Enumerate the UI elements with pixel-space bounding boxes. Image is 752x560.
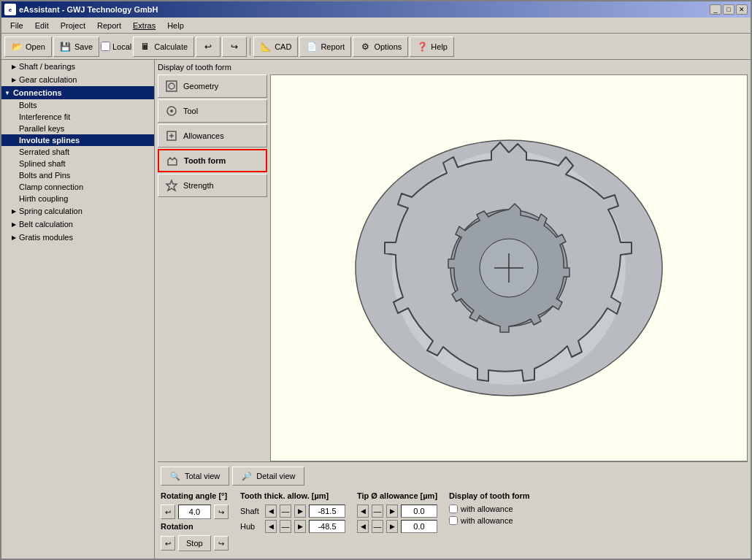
allowance-label-2: with allowance bbox=[461, 516, 513, 525]
sidebar: ▶ Shaft / bearings ▶ Gear calculation ▼ … bbox=[1, 60, 155, 559]
help-button[interactable]: ❓ Help bbox=[410, 37, 454, 57]
menu-project[interactable]: Project bbox=[55, 20, 91, 31]
shaft-left-button[interactable]: ◀ bbox=[265, 505, 277, 518]
close-button[interactable]: ✕ bbox=[736, 4, 748, 15]
menu-file[interactable]: File bbox=[4, 20, 29, 31]
sidebar-group-shaft-header[interactable]: ▶ Shaft / bearings bbox=[1, 60, 154, 73]
toolbar: 📂 Open 💾 Save Local 🖩 Calculate ↩ ↪ 📐 CA… bbox=[1, 34, 751, 60]
menu-extras[interactable]: Extras bbox=[127, 20, 161, 31]
tab-tool[interactable]: Tool bbox=[158, 99, 267, 123]
save-icon: 💾 bbox=[60, 41, 72, 53]
menu-report[interactable]: Report bbox=[91, 20, 127, 31]
open-button[interactable]: 📂 Open bbox=[4, 37, 52, 57]
tooth-table: Shaft ◀ — ▶ Hub ◀ — ▶ bbox=[240, 505, 345, 533]
sidebar-group-gratis-header[interactable]: ▶ Gratis modules bbox=[1, 231, 154, 244]
undo-button[interactable]: ↩ bbox=[196, 37, 220, 57]
panel-body: Geometry Tool bbox=[158, 74, 748, 461]
sidebar-item-splined[interactable]: Splined shaft bbox=[1, 158, 154, 169]
sidebar-item-interference[interactable]: Interference fit bbox=[1, 111, 154, 123]
hub-right-button[interactable]: ▶ bbox=[294, 520, 306, 533]
tip-hub-right-button[interactable]: ▶ bbox=[386, 520, 398, 533]
svg-point-3 bbox=[170, 110, 173, 112]
total-view-button[interactable]: 🔍 Total view bbox=[161, 467, 229, 486]
sidebar-item-bolts-pins[interactable]: Bolts and Pins bbox=[1, 169, 154, 181]
save-button[interactable]: 💾 Save bbox=[53, 37, 99, 57]
tooth-form-tab-icon bbox=[165, 153, 180, 168]
options-label: Options bbox=[374, 42, 402, 51]
tip-shaft-left-button[interactable]: ◀ bbox=[357, 505, 369, 518]
calculate-label: Calculate bbox=[154, 42, 188, 51]
sidebar-group-belt[interactable]: ▶ Belt calculation bbox=[1, 218, 154, 231]
tip-shaft-right-button[interactable]: ▶ bbox=[386, 505, 398, 518]
local-checkbox[interactable] bbox=[101, 42, 110, 51]
tip-hub-left-button[interactable]: ◀ bbox=[357, 520, 369, 533]
tab-buttons: Geometry Tool bbox=[158, 74, 267, 461]
tab-tooth-form[interactable]: Tooth form bbox=[158, 149, 267, 172]
sidebar-item-serrated[interactable]: Serrated shaft bbox=[1, 146, 154, 158]
titlebar-left: e eAssistant - GWJ Technology GmbH bbox=[4, 4, 158, 15]
tab-allowances[interactable]: Allowances bbox=[158, 124, 267, 147]
report-icon: 📄 bbox=[306, 41, 318, 53]
sidebar-item-parallel-keys[interactable]: Parallel keys bbox=[1, 123, 154, 134]
calculate-button[interactable]: 🖩 Calculate bbox=[133, 37, 194, 57]
shaft-value-input[interactable] bbox=[309, 505, 345, 518]
sidebar-item-involute[interactable]: Involute splines bbox=[1, 134, 154, 146]
menu-help[interactable]: Help bbox=[161, 20, 190, 31]
hub-left-button[interactable]: ◀ bbox=[265, 520, 277, 533]
tab-strength[interactable]: Strength bbox=[158, 174, 267, 197]
main-window: e eAssistant - GWJ Technology GmbH _ □ ✕… bbox=[0, 0, 752, 560]
angle-increase-button[interactable]: ↪ bbox=[214, 505, 229, 519]
view-buttons: 🔍 Total view 🔎 Detail view bbox=[161, 467, 745, 486]
angle-decrease-button[interactable]: ↩ bbox=[161, 505, 175, 519]
total-view-label: Total view bbox=[185, 472, 220, 480]
strength-tab-icon bbox=[164, 178, 179, 193]
minimize-button[interactable]: _ bbox=[710, 4, 721, 15]
tip-shaft-minus-button[interactable]: — bbox=[372, 505, 383, 518]
allowance-checkbox-1[interactable] bbox=[449, 505, 458, 513]
sidebar-item-clamp[interactable]: Clamp connection bbox=[1, 181, 154, 193]
redo-icon: ↪ bbox=[229, 41, 240, 53]
tip-shaft-value-input[interactable] bbox=[401, 505, 437, 518]
sidebar-group-gear[interactable]: ▶ Gear calculation bbox=[1, 73, 154, 86]
hub-value-input[interactable] bbox=[309, 520, 345, 533]
sidebar-item-hirth[interactable]: Hirth coupling bbox=[1, 193, 154, 204]
options-button[interactable]: ⚙ Options bbox=[353, 37, 408, 57]
tip-hub-value-input[interactable] bbox=[401, 520, 437, 533]
detail-view-label: Detail view bbox=[256, 472, 295, 480]
tab-allowances-label: Allowances bbox=[183, 131, 224, 140]
display-label: Display of tooth form bbox=[158, 63, 748, 72]
menu-edit[interactable]: Edit bbox=[29, 20, 55, 31]
sidebar-group-gear-header[interactable]: ▶ Gear calculation bbox=[1, 73, 154, 86]
save-label: Save bbox=[74, 42, 93, 51]
angle-input[interactable] bbox=[178, 505, 211, 519]
maximize-button[interactable]: □ bbox=[723, 4, 734, 15]
sidebar-group-spring-header[interactable]: ▶ Spring calculation bbox=[1, 204, 154, 218]
shaft-minus-button[interactable]: — bbox=[280, 505, 291, 518]
connections-arrow-icon: ▼ bbox=[4, 90, 10, 96]
rotation-right-button[interactable]: ↪ bbox=[214, 536, 229, 551]
cad-button[interactable]: 📐 CAD bbox=[253, 37, 298, 57]
hub-minus-button[interactable]: — bbox=[280, 520, 291, 533]
sidebar-group-belt-header[interactable]: ▶ Belt calculation bbox=[1, 218, 154, 231]
sidebar-group-gratis[interactable]: ▶ Gratis modules bbox=[1, 231, 154, 244]
spring-arrow-icon: ▶ bbox=[12, 208, 16, 215]
shaft-arrow-icon: ▶ bbox=[12, 64, 16, 70]
titlebar: e eAssistant - GWJ Technology GmbH _ □ ✕ bbox=[1, 1, 751, 18]
stop-button[interactable]: Stop bbox=[178, 535, 211, 551]
tab-geometry[interactable]: Geometry bbox=[158, 74, 267, 98]
redo-button[interactable]: ↪ bbox=[222, 37, 247, 57]
rotating-angle-group: Rotating angle [°] ↩ ↪ Rotation ↩ Stop ↪ bbox=[161, 491, 229, 551]
tip-hub-minus-button[interactable]: — bbox=[372, 520, 383, 533]
sidebar-group-spring[interactable]: ▶ Spring calculation bbox=[1, 204, 154, 218]
sidebar-group-shaft[interactable]: ▶ Shaft / bearings bbox=[1, 60, 154, 73]
sidebar-item-bolts[interactable]: Bolts bbox=[1, 99, 154, 111]
shaft-row: Shaft ◀ — ▶ bbox=[240, 505, 345, 518]
gear-arrow-icon: ▶ bbox=[12, 77, 16, 83]
detail-view-button[interactable]: 🔎 Detail view bbox=[232, 467, 304, 486]
app-icon: e bbox=[4, 4, 16, 15]
allowance-checkbox-2[interactable] bbox=[449, 516, 458, 525]
rotation-left-button[interactable]: ↩ bbox=[161, 536, 175, 551]
shaft-right-button[interactable]: ▶ bbox=[294, 505, 306, 518]
report-button[interactable]: 📄 Report bbox=[299, 37, 351, 57]
sidebar-group-gear-label: Gear calculation bbox=[19, 75, 77, 84]
